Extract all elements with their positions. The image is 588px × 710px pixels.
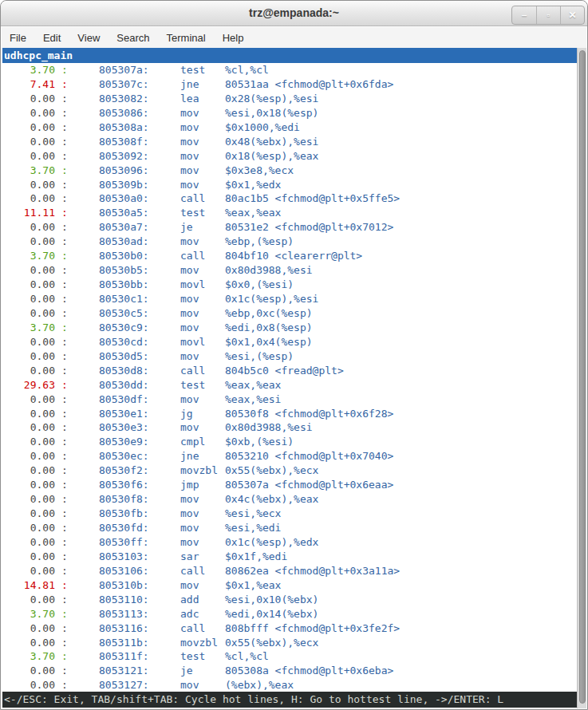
asm-row[interactable]: 0.00:8053092:mov0x18(%esp),%eax [2,149,577,164]
percent-separator: : [55,292,99,306]
asm-row[interactable]: 3.70:8053096:mov$0x3e8,%ecx [2,164,577,178]
asm-row[interactable]: 0.00:80530c5:mov%ebp,0xc(%esp) [2,306,577,321]
scrollbar-thumb[interactable] [579,50,586,704]
asm-row[interactable]: 0.00:80530a0:call80ac1b5 <fchmod@plt+0x5… [2,191,577,206]
asm-row[interactable]: 0.00:80530bb:movl$0x0,(%esi) [2,278,577,292]
asm-row[interactable]: 0.00:8053082:lea0x28(%esp),%esi [2,92,577,106]
asm-row[interactable]: 3.70:80530b0:call804bf10 <clearerr@plt> [2,249,577,263]
asm-row[interactable]: 0.00:80530e1:jg80530f8 <fchmod@plt+0x6f2… [2,407,577,421]
asm-row[interactable]: 29.63:80530dd:test%eax,%eax [2,378,577,392]
percent-separator: : [55,220,99,235]
asm-row[interactable]: 0.00:805309b:mov$0x1,%edx [2,178,577,192]
sample-percent: 0.00 [2,178,55,192]
instruction-address: 8053086: [99,106,180,120]
asm-row[interactable]: 0.00:80530fb:mov%esi,%ecx [2,507,577,521]
annotate-help-statusbar: <-/ESC: Exit, TAB/shift+TAB: Cycle hot l… [2,692,577,708]
asm-row[interactable]: 0.00:805311b:movzbl0x55(%ebx),%ecx [2,636,577,650]
instruction-address: 80530b0: [99,249,180,263]
asm-row[interactable]: 0.00:80530e3:mov0x80d3988,%esi [2,420,577,435]
asm-row[interactable]: 11.11:80530a5:test%eax,%eax [2,206,577,220]
asm-row[interactable]: 0.00:80530ad:mov%ebp,(%esp) [2,235,577,249]
asm-row[interactable]: 3.70:805311f:test%cl,%cl [2,649,577,664]
annotate-symbol-header[interactable]: udhcpc_main [2,48,577,63]
menu-terminal[interactable]: Terminal [167,32,206,44]
sample-percent: 0.00 [2,335,55,349]
terminal-screen[interactable]: udhcpc_main 3.70:805307a:test%cl,%cl7.41… [2,48,577,708]
instruction-address: 80530cd: [99,335,180,349]
sample-percent: 0.00 [2,191,55,206]
asm-row[interactable]: 0.00:8053103:sar$0x1f,%edi [2,550,577,564]
instruction-operands: %esi,(%esp) [225,349,577,364]
percent-separator: : [55,235,99,249]
menu-file[interactable]: File [10,32,26,44]
asm-row[interactable]: 0.00:805308a:mov$0x1000,%edi [2,120,577,135]
instruction-mnemonic: je [180,220,225,235]
asm-row[interactable]: 0.00:80530df:mov%eax,%esi [2,392,577,407]
asm-row[interactable]: 0.00:80530b5:mov0x80d3988,%esi [2,263,577,278]
asm-row[interactable]: 0.00:8053121:je805308a <fchmod@plt+0x6eb… [2,664,577,678]
asm-row[interactable]: 0.00:80530e9:cmpl$0xb,(%esi) [2,435,577,449]
asm-row[interactable]: 0.00:8053086:mov%esi,0x18(%esp) [2,106,577,120]
titlebar[interactable]: trz@empanada:~ – ▫ ✕ [1,1,587,26]
percent-separator: : [55,407,99,421]
asm-row[interactable]: 0.00:8053116:call808bfff <fchmod@plt+0x3… [2,621,577,636]
percent-separator: : [55,607,99,621]
asm-row[interactable]: 0.00:80530ec:jne8053210 <fchmod@plt+0x70… [2,449,577,463]
instruction-mnemonic: mov [180,135,225,149]
menu-edit[interactable]: Edit [43,32,61,44]
percent-separator: : [55,77,99,92]
percent-separator: : [55,478,99,492]
instruction-operands: %cl,%cl [225,63,577,77]
asm-row[interactable]: 0.00:80530c1:mov0x1c(%esp),%esi [2,292,577,306]
percent-separator: : [55,164,99,178]
instruction-mnemonic: lea [180,92,225,106]
percent-separator: : [55,321,99,335]
asm-row[interactable]: 0.00:80530f2:movzbl0x55(%ebx),%ecx [2,463,577,478]
asm-row[interactable]: 3.70:80530c9:mov%edi,0x8(%esp) [2,321,577,335]
instruction-address: 8053116: [99,621,180,636]
sample-percent: 3.70 [2,164,55,178]
asm-row[interactable]: 7.41:805307c:jne80531aa <fchmod@plt+0x6f… [2,77,577,92]
percent-separator: : [55,435,99,449]
asm-row[interactable]: 0.00:80530d8:call804b5c0 <fread@plt> [2,364,577,378]
menu-view[interactable]: View [77,32,100,44]
menu-search[interactable]: Search [116,32,149,44]
instruction-address: 8053096: [99,164,180,178]
sample-percent: 3.70 [2,607,55,621]
maximize-button[interactable]: ▫ [536,6,560,24]
asm-row[interactable]: 0.00:80530f8:mov0x4c(%ebx),%eax [2,492,577,507]
asm-row[interactable]: 0.00:80530cd:movl$0x1,0x4(%esp) [2,335,577,349]
asm-row[interactable]: 0.00:8053110:add%esi,0x10(%ebx) [2,593,577,607]
asm-row[interactable]: 0.00:8053106:call80862ea <fchmod@plt+0x3… [2,564,577,578]
sample-percent: 0.00 [2,407,55,421]
asm-row[interactable]: 0.00:80530f6:jmp805307a <fchmod@plt+0x6e… [2,478,577,492]
instruction-operands: 80862ea <fchmod@plt+0x3a11a> [225,564,577,578]
scrollbar[interactable] [577,48,586,708]
percent-separator: : [55,349,99,364]
percent-separator: : [55,593,99,607]
asm-row[interactable]: 0.00:80530a7:je80531e2 <fchmod@plt+0x701… [2,220,577,235]
asm-row[interactable]: 0.00:80530ff:mov0x1c(%esp),%edx [2,535,577,550]
sample-percent: 0.00 [2,220,55,235]
asm-row[interactable]: 0.00:805308f:mov0x48(%ebx),%esi [2,135,577,149]
instruction-address: 80530e3: [99,420,180,435]
sample-percent: 0.00 [2,306,55,321]
asm-row[interactable]: 0.00:80530d5:mov%esi,(%esp) [2,349,577,364]
asm-row[interactable]: 0.00:80530fd:mov%esi,%edi [2,521,577,535]
close-button[interactable]: ✕ [560,6,584,24]
asm-row[interactable]: 0.00:8053127:mov(%ebx),%eax [2,678,577,692]
minimize-button[interactable]: – [512,6,536,24]
percent-separator: : [55,649,99,664]
sample-percent: 0.00 [2,92,55,106]
asm-row[interactable]: 3.70:8053113:adc%edi,0x14(%ebx) [2,607,577,621]
instruction-address: 805308a: [99,120,180,135]
instruction-mnemonic: test [180,649,225,664]
instruction-mnemonic: call [180,249,225,263]
instruction-operands: 8053210 <fchmod@plt+0x7040> [225,449,577,463]
sample-percent: 0.00 [2,149,55,164]
asm-row[interactable]: 3.70:805307a:test%cl,%cl [2,63,577,77]
menu-help[interactable]: Help [223,32,244,44]
percent-separator: : [55,249,99,263]
asm-row[interactable]: 14.81:805310b:mov$0x1,%eax [2,578,577,593]
instruction-mnemonic: mov [180,164,225,178]
